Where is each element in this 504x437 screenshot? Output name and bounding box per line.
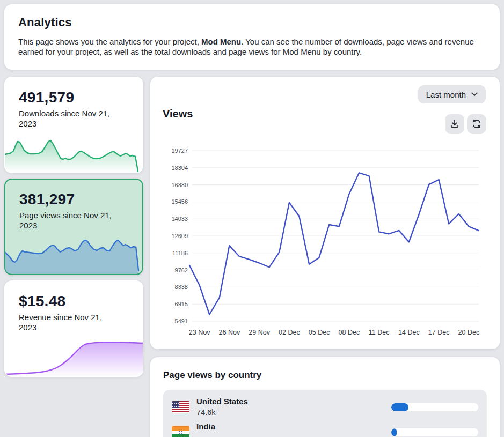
downloads-label: Downloads since Nov 21, 2023 — [5, 106, 119, 129]
project-name: Mod Menu — [201, 37, 241, 46]
main-column: Last month Views — [150, 77, 500, 437]
svg-text:15456: 15456 — [171, 198, 188, 205]
svg-text:05 Dec: 05 Dec — [309, 329, 330, 336]
svg-text:26 Nov: 26 Nov — [219, 329, 240, 336]
country-views-count: 74.6k — [196, 408, 248, 417]
country-name: India — [196, 422, 215, 431]
svg-text:08 Dec: 08 Dec — [339, 329, 360, 336]
country-views-count — [196, 433, 215, 437]
country-row-united-states: United States 74.6k — [172, 397, 478, 417]
downloads-count: 491,579 — [5, 77, 143, 106]
country-progress-fill — [391, 403, 408, 411]
india-flag-icon — [172, 426, 189, 437]
country-row-india: India — [172, 422, 478, 437]
views-panel: Last month Views — [150, 77, 500, 349]
countries-panel: Page views by country United States 74.6… — [150, 357, 500, 437]
us-flag-icon — [172, 401, 189, 413]
country-progress-track — [391, 403, 478, 411]
svg-text:12609: 12609 — [171, 233, 188, 239]
svg-text:23 Nov: 23 Nov — [189, 329, 210, 336]
stat-cards-column: 491,579 Downloads since Nov 21, 2023 381… — [4, 77, 143, 377]
page-description: This page shows you the analytics for yo… — [18, 36, 486, 57]
svg-text:17 Dec: 17 Dec — [428, 329, 450, 336]
country-progress-fill — [391, 428, 397, 436]
analytics-page: Analytics This page shows you the analyt… — [0, 0, 504, 437]
downloads-stat-card[interactable]: 491,579 Downloads since Nov 21, 2023 — [4, 77, 143, 173]
page-title: Analytics — [18, 16, 486, 29]
page-views-sparkline — [5, 236, 142, 274]
svg-text:18304: 18304 — [171, 165, 188, 171]
svg-text:5491: 5491 — [175, 318, 188, 324]
svg-text:19727: 19727 — [171, 147, 188, 154]
svg-text:14 Dec: 14 Dec — [398, 329, 420, 336]
downloads-sparkline — [5, 135, 143, 173]
revenue-amount: $15.48 — [5, 281, 143, 310]
revenue-stat-card[interactable]: $15.48 Revenue since Nov 21, 2023 — [4, 280, 143, 377]
page-views-count: 381,297 — [5, 180, 142, 208]
country-name: United States — [196, 397, 248, 406]
page-views-stat-card[interactable]: 381,297 Page views since Nov 21, 2023 — [4, 179, 143, 275]
svg-text:11186: 11186 — [172, 250, 188, 256]
country-progress-track — [391, 428, 478, 436]
countries-title: Page views by country — [163, 370, 487, 381]
page-views-label: Page views since Nov 21, 2023 — [5, 208, 119, 231]
page-header: Analytics This page shows you the analyt… — [4, 4, 500, 70]
revenue-sparkline — [5, 339, 143, 376]
svg-text:02 Dec: 02 Dec — [279, 329, 300, 336]
svg-text:29 Nov: 29 Nov — [249, 329, 270, 336]
revenue-label: Revenue since Nov 21, 2023 — [5, 310, 119, 332]
svg-text:9762: 9762 — [175, 267, 188, 273]
svg-text:16880: 16880 — [171, 182, 188, 188]
countries-list: United States 74.6k India — [163, 390, 487, 437]
svg-text:20 Dec: 20 Dec — [458, 329, 480, 336]
views-line-chart: 5491691583389762111861260914033154561688… — [150, 77, 500, 349]
svg-text:11 Dec: 11 Dec — [369, 329, 390, 336]
svg-text:6915: 6915 — [175, 301, 188, 307]
svg-text:8338: 8338 — [175, 284, 188, 290]
svg-text:14033: 14033 — [171, 216, 188, 222]
description-text: This page shows you the analytics for yo… — [18, 37, 201, 46]
